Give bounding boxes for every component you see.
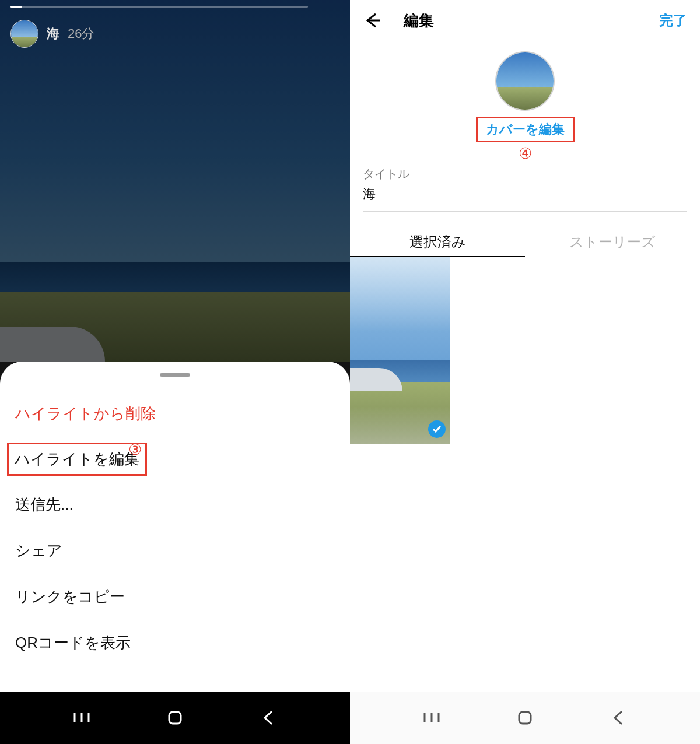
thumbnail-item[interactable]: [350, 257, 450, 444]
story-title: 海: [47, 25, 60, 43]
title-label: タイトル: [363, 166, 687, 182]
selected-check-icon: [428, 420, 446, 438]
tab-stories[interactable]: ストーリーズ: [525, 227, 700, 257]
bottom-sheet: ハイライトから削除 ハイライトを編集 送信先... シェア リンクをコピー QR…: [0, 362, 350, 692]
nav-home-icon[interactable]: [166, 709, 184, 727]
system-nav-bar: [0, 692, 350, 744]
sheet-item-copy-link[interactable]: リンクをコピー: [0, 574, 350, 620]
sheet-item-remove-highlight[interactable]: ハイライトから削除: [0, 391, 350, 437]
cover-avatar[interactable]: [495, 51, 555, 111]
title-value: 海: [363, 185, 687, 203]
sheet-item-share[interactable]: シェア: [0, 528, 350, 574]
story-header[interactable]: 海 26分: [10, 20, 94, 48]
nav-back-icon[interactable]: [610, 709, 627, 727]
story-screen: 海 26分 ハイライトから削除 ハイライトを編集 送信先... シェア リンクを…: [0, 0, 350, 744]
story-time: 26分: [68, 25, 94, 43]
annotation-3: ③: [128, 441, 142, 459]
nav-recent-icon[interactable]: [73, 709, 90, 727]
edit-cover-link[interactable]: カバーを編集: [476, 117, 575, 142]
sheet-item-qr-code[interactable]: QRコードを表示: [0, 620, 350, 666]
done-button[interactable]: 完了: [659, 11, 687, 30]
story-progress: [10, 6, 308, 8]
sheet-item-edit-highlight[interactable]: ハイライトを編集: [7, 443, 147, 476]
selected-grid: [350, 257, 700, 444]
page-title: 編集: [404, 10, 434, 31]
nav-recent-icon[interactable]: [423, 709, 440, 727]
edit-screen: 編集 完了 カバーを編集 ④ タイトル 海 選択済み ストーリーズ: [350, 0, 700, 744]
avatar[interactable]: [10, 20, 38, 48]
annotation-4: ④: [519, 145, 532, 163]
nav-home-icon[interactable]: [516, 709, 534, 727]
tab-selected[interactable]: 選択済み: [350, 227, 525, 257]
nav-back-icon[interactable]: [260, 709, 277, 727]
back-icon[interactable]: [363, 9, 386, 32]
edit-header: 編集 完了: [350, 0, 700, 41]
content-tabs: 選択済み ストーリーズ: [350, 227, 700, 257]
sheet-item-send-to[interactable]: 送信先...: [0, 482, 350, 528]
svg-rect-1: [519, 712, 531, 724]
divider: [363, 211, 687, 212]
title-field[interactable]: タイトル 海: [350, 166, 700, 203]
svg-rect-0: [169, 712, 181, 724]
system-nav-bar: [350, 692, 700, 744]
sheet-handle-icon[interactable]: [160, 373, 190, 377]
